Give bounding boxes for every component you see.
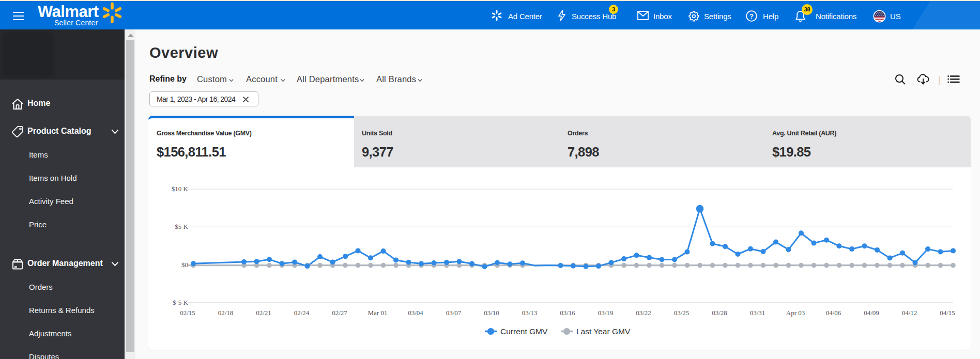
svg-text:04/06: 04/06 — [826, 309, 841, 317]
svg-text:$10 K: $10 K — [172, 185, 189, 193]
svg-text:02/24: 02/24 — [294, 309, 310, 317]
svg-text:03/25: 03/25 — [674, 309, 690, 317]
svg-text:03/07: 03/07 — [446, 309, 462, 317]
svg-text:02/15: 02/15 — [180, 309, 195, 317]
svg-text:Apr 03: Apr 03 — [786, 309, 805, 317]
svg-text:Current GMV: Current GMV — [500, 327, 548, 336]
svg-text:$0: $0 — [181, 261, 188, 269]
svg-text:?: ? — [749, 12, 754, 20]
svg-text:03/13: 03/13 — [522, 309, 538, 317]
svg-text:02/27: 02/27 — [332, 309, 347, 317]
svg-text:02/21: 02/21 — [256, 309, 271, 317]
svg-text:$-5 K: $-5 K — [173, 299, 189, 306]
svg-text:04/15: 04/15 — [940, 309, 955, 317]
svg-text:02/18: 02/18 — [218, 309, 234, 317]
svg-text:03/22: 03/22 — [636, 309, 651, 317]
svg-text:03/31: 03/31 — [750, 309, 765, 317]
svg-text:03/28: 03/28 — [712, 309, 727, 317]
svg-text:Mar 01: Mar 01 — [368, 309, 388, 317]
svg-text:03/10: 03/10 — [484, 309, 499, 317]
svg-text:03/19: 03/19 — [598, 309, 614, 317]
svg-text:04/12: 04/12 — [902, 309, 917, 317]
svg-text:$5 K: $5 K — [175, 223, 188, 230]
svg-text:03/16: 03/16 — [560, 309, 575, 317]
svg-text:Last Year GMV: Last Year GMV — [576, 327, 631, 336]
svg-text:04/09: 04/09 — [864, 309, 879, 317]
svg-text:03/04: 03/04 — [408, 309, 423, 317]
